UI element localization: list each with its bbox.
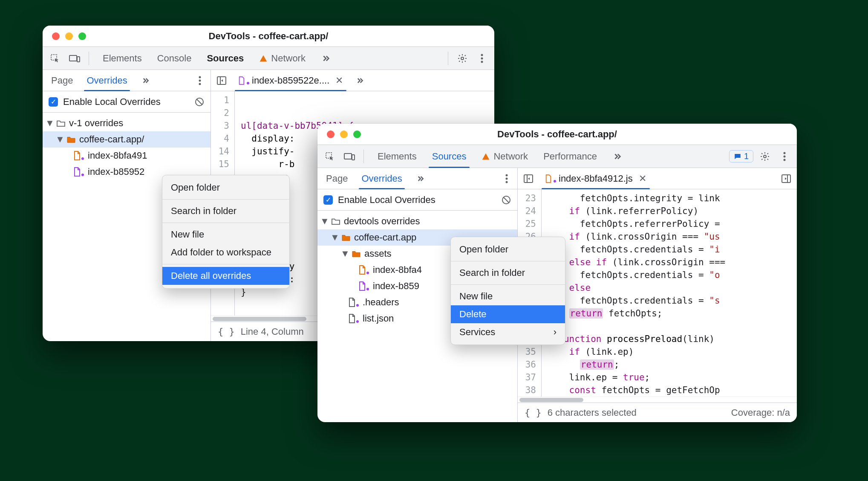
close-tab-icon[interactable]: ✕ [335, 75, 343, 86]
main-toolbar: Elements Sources Network Performance 1 [317, 145, 797, 168]
subtab-overrides[interactable]: Overrides [81, 70, 133, 91]
clear-icon[interactable] [501, 195, 511, 205]
menu-open-folder[interactable]: Open folder [451, 240, 565, 258]
device-toolbar-icon[interactable] [66, 50, 83, 67]
override-indicator-icon [366, 287, 370, 291]
tab-sources[interactable]: Sources [199, 47, 251, 70]
svg-point-15 [764, 155, 766, 158]
svg-point-6 [481, 61, 483, 63]
override-indicator-icon [553, 179, 557, 183]
toggle-debugger-icon[interactable] [779, 171, 793, 186]
menu-open-folder[interactable]: Open folder [162, 179, 289, 197]
override-indicator-icon [355, 303, 360, 307]
window-title: DevTools - coffee-cart.app/ [43, 31, 494, 42]
kebab-menu-icon[interactable] [776, 148, 793, 165]
clear-icon[interactable] [194, 97, 205, 107]
svg-point-5 [481, 57, 483, 59]
gear-icon[interactable] [454, 50, 470, 67]
context-menu: Open folder Search in folder New file Ad… [162, 175, 290, 289]
device-toolbar-icon[interactable] [341, 148, 358, 165]
toggle-navigator-icon[interactable] [214, 73, 229, 88]
inspect-element-icon[interactable] [47, 50, 63, 67]
svg-point-19 [506, 174, 508, 176]
svg-rect-2 [77, 57, 80, 62]
subtab-page[interactable]: Page [320, 168, 354, 189]
gear-icon[interactable] [757, 148, 773, 165]
enable-overrides-label: Enable Local Overrides [338, 194, 435, 206]
override-indicator-icon [246, 81, 250, 85]
tree-folder-root[interactable]: ▼ devtools overrides [317, 213, 517, 229]
status-selection: 6 characters selected [548, 407, 637, 418]
svg-point-18 [784, 159, 786, 161]
toggle-navigator-icon[interactable] [521, 171, 536, 186]
window-title: DevTools - coffee-cart.app/ [317, 129, 797, 140]
kebab-menu-icon[interactable] [474, 50, 490, 67]
file-tab[interactable]: index-8bfa4912.js ✕ [539, 168, 652, 189]
tab-network[interactable]: Network [251, 47, 313, 70]
minimize-window-button[interactable] [340, 130, 348, 138]
tab-sources[interactable]: Sources [424, 145, 474, 168]
subtab-page[interactable]: Page [45, 70, 79, 91]
zoom-window-button[interactable] [353, 130, 361, 138]
menu-search-in-folder[interactable]: Search in folder [451, 264, 565, 282]
enable-overrides-checkbox[interactable]: ✓ [323, 195, 333, 205]
more-subtabs-icon[interactable] [410, 168, 430, 189]
menu-delete-all-overrides[interactable]: Delete all overrides [162, 267, 289, 285]
zoom-window-button[interactable] [78, 32, 86, 40]
close-window-button[interactable] [52, 32, 60, 40]
menu-add-folder-to-workspace[interactable]: Add folder to workspace [162, 243, 289, 261]
enable-overrides-checkbox[interactable]: ✓ [49, 97, 58, 107]
chevron-right-icon: › [554, 327, 557, 338]
svg-rect-13 [344, 154, 352, 159]
warning-icon [482, 152, 490, 161]
warning-icon [259, 54, 268, 63]
more-tabs-icon[interactable] [605, 145, 629, 168]
svg-point-7 [199, 76, 201, 78]
close-window-button[interactable] [327, 130, 335, 138]
code-content: fetchOpts.integrity = link if (link.refe… [542, 189, 797, 397]
tab-console[interactable]: Console [150, 47, 199, 70]
svg-rect-1 [69, 55, 77, 61]
file-tab[interactable]: index-b859522e.... ✕ [232, 70, 349, 91]
more-subtabs-icon[interactable] [135, 70, 156, 91]
more-file-tabs-icon[interactable] [352, 73, 367, 88]
svg-point-3 [461, 57, 464, 60]
kebab-menu-icon[interactable] [192, 72, 208, 89]
tree-file-js[interactable]: index-8bfa491 [43, 148, 211, 164]
close-tab-icon[interactable]: ✕ [639, 173, 646, 184]
main-toolbar: Elements Console Sources Network [43, 47, 494, 70]
kebab-menu-icon[interactable] [499, 171, 515, 187]
more-tabs-icon[interactable] [313, 47, 338, 70]
devtools-window-2: DevTools - coffee-cart.app/ Elements Sou… [317, 124, 797, 422]
braces-icon[interactable]: { } [525, 407, 542, 418]
menu-search-in-folder[interactable]: Search in folder [162, 202, 289, 220]
svg-point-21 [506, 181, 508, 183]
svg-point-8 [199, 79, 201, 81]
svg-point-17 [784, 155, 786, 157]
issues-badge[interactable]: 1 [729, 150, 753, 162]
horizontal-scrollbar[interactable] [518, 397, 797, 403]
menu-new-file[interactable]: New file [451, 287, 565, 305]
tab-performance[interactable]: Performance [536, 145, 605, 168]
menu-services[interactable]: Services › [451, 323, 565, 341]
override-indicator-icon [366, 271, 370, 275]
tree-folder-domain[interactable]: ▼ coffee-cart.app/ [43, 131, 211, 148]
titlebar: DevTools - coffee-cart.app/ [43, 26, 494, 47]
override-indicator-icon [81, 173, 85, 177]
svg-rect-14 [352, 155, 355, 160]
tab-network[interactable]: Network [474, 145, 536, 168]
menu-new-file[interactable]: New file [162, 226, 289, 243]
enable-overrides-label: Enable Local Overrides [63, 96, 161, 107]
status-coverage: Coverage: n/a [731, 407, 790, 418]
minimize-window-button[interactable] [65, 32, 73, 40]
tab-elements[interactable]: Elements [95, 47, 150, 70]
svg-point-20 [506, 177, 508, 180]
tab-elements[interactable]: Elements [370, 145, 424, 168]
inspect-element-icon[interactable] [322, 148, 338, 165]
status-cursor: Line 4, Column [241, 326, 304, 337]
subtab-overrides[interactable]: Overrides [355, 168, 408, 189]
menu-delete[interactable]: Delete [451, 305, 565, 323]
svg-point-16 [784, 152, 786, 154]
tree-folder-root[interactable]: ▼ v-1 overrides [43, 115, 211, 131]
braces-icon[interactable]: { } [218, 326, 235, 337]
